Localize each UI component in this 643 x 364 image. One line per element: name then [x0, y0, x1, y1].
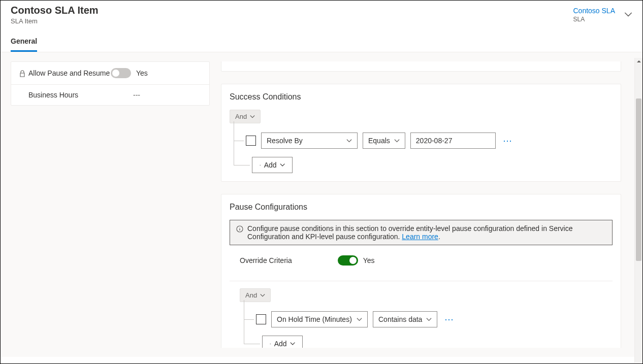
add-button-label: Add: [264, 161, 277, 169]
condition-field-dropdown[interactable]: On Hold Time (Minutes): [271, 311, 368, 327]
success-logic-operator[interactable]: And: [230, 110, 261, 123]
condition-field-value: Resolve By: [267, 137, 303, 145]
main-container: Allow Pause and Resume Yes Business Hour…: [1, 52, 642, 357]
pause-configurations-title: Pause Configurations: [230, 203, 613, 212]
success-add-row: Add: [252, 157, 613, 173]
success-condition-builder: And Resolve By Equals ⋯: [230, 110, 613, 173]
pause-logic-operator[interactable]: And: [240, 288, 271, 302]
page-header: Contoso SLA Item SLA Item Contoso SLA SL…: [1, 1, 642, 25]
scroll-up-arrow[interactable]: [635, 58, 642, 65]
pause-configurations-card: Pause Configurations Configure pause con…: [221, 194, 621, 348]
condition-operator-dropdown[interactable]: Equals: [363, 133, 405, 149]
header-linked-block[interactable]: Contoso SLA SLA: [573, 5, 633, 23]
learn-more-link[interactable]: Learn more: [402, 233, 438, 241]
condition-checkbox[interactable]: [246, 136, 256, 146]
right-panel: Success Conditions And Resolve By Equals: [221, 61, 624, 348]
page-title: Contoso SLA Item: [11, 5, 99, 16]
add-button-label: Add: [274, 340, 287, 348]
form-row-business-hours[interactable]: Business Hours ---: [11, 85, 209, 105]
chevron-down-icon[interactable]: [624, 11, 632, 19]
allow-pause-resume-toggle[interactable]: [111, 68, 131, 78]
condition-operator-value: Contains data: [378, 315, 422, 323]
chevron-down-icon: [250, 114, 255, 119]
success-condition-row: Resolve By Equals ⋯: [246, 133, 613, 149]
business-hours-label: Business Hours: [28, 91, 78, 99]
pause-condition-row: On Hold Time (Minutes) Contains data ⋯: [256, 311, 613, 327]
condition-more-menu[interactable]: ⋯: [442, 314, 457, 325]
form-row-allow-pause-resume: Allow Pause and Resume Yes: [11, 62, 209, 85]
tab-strip: General: [1, 25, 642, 52]
collapsed-card-above: [221, 61, 621, 72]
condition-field-dropdown[interactable]: Resolve By: [261, 133, 358, 149]
scroll-thumb[interactable]: [636, 98, 641, 261]
linked-record-type: SLA: [573, 16, 616, 23]
allow-pause-resume-label: Allow Pause and Resume: [28, 69, 110, 77]
chevron-down-icon: [394, 138, 400, 144]
chevron-down-icon: [280, 162, 285, 168]
left-form-panel: Allow Pause and Resume Yes Business Hour…: [11, 61, 210, 106]
allow-pause-resume-value: Yes: [136, 69, 148, 77]
success-add-button[interactable]: Add: [252, 157, 293, 173]
override-criteria-value: Yes: [363, 256, 375, 264]
chevron-down-icon: [260, 293, 265, 298]
condition-operator-value: Equals: [368, 137, 390, 145]
condition-more-menu[interactable]: ⋯: [501, 135, 515, 146]
pause-condition-builder: And On Hold Time (Minutes) Contains data…: [230, 288, 613, 348]
success-conditions-card: Success Conditions And Resolve By Equals: [221, 84, 621, 182]
override-criteria-row: Override Criteria Yes: [230, 253, 613, 274]
page-subtitle: SLA Item: [11, 17, 99, 25]
condition-checkbox[interactable]: [256, 314, 266, 324]
pause-logic-label: And: [245, 291, 257, 299]
override-criteria-toggle[interactable]: [338, 255, 358, 266]
plus-icon: [270, 341, 271, 347]
condition-value-input[interactable]: [410, 133, 496, 149]
divider: [230, 281, 613, 281]
plus-icon: [260, 162, 261, 169]
chevron-down-icon: [426, 317, 432, 322]
header-title-block: Contoso SLA Item SLA Item: [11, 5, 99, 25]
tab-general[interactable]: General: [11, 34, 37, 52]
success-conditions-title: Success Conditions: [230, 92, 613, 102]
pause-add-row: Add: [262, 336, 613, 348]
override-criteria-label: Override Criteria: [240, 256, 292, 264]
chevron-down-icon: [346, 138, 352, 144]
info-icon: [236, 225, 243, 233]
condition-field-value: On Hold Time (Minutes): [277, 315, 352, 323]
pause-info-box: Configure pause conditions in this secti…: [230, 220, 613, 245]
pause-add-button[interactable]: Add: [262, 336, 303, 348]
chevron-down-icon: [357, 317, 362, 322]
lock-icon: [19, 70, 25, 77]
condition-operator-dropdown[interactable]: Contains data: [373, 311, 437, 327]
success-logic-label: And: [235, 113, 247, 120]
vertical-scrollbar[interactable]: [634, 58, 642, 363]
linked-record-name[interactable]: Contoso SLA: [573, 7, 616, 15]
business-hours-value: ---: [111, 91, 140, 99]
pause-info-text: Configure pause conditions in this secti…: [247, 224, 606, 241]
chevron-down-icon: [290, 341, 295, 346]
